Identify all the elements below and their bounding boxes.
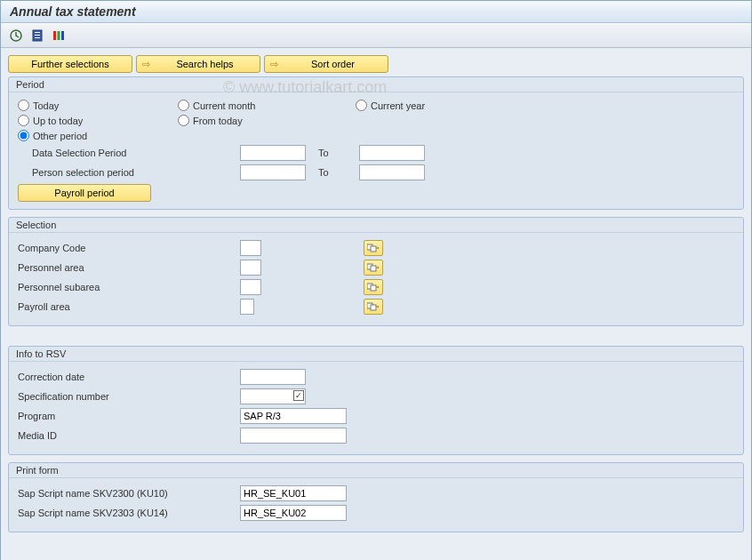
person-selection-label: Person selection period: [32, 167, 240, 178]
radio-label: Other period: [33, 131, 87, 141]
button-label: Search helps: [159, 59, 251, 69]
window: Annual tax statement © www.tutorialkart.…: [0, 0, 752, 560]
content-area: © www.tutorialkart.com Further selection…: [1, 48, 751, 560]
skv2300-input[interactable]: [240, 485, 347, 501]
radio-up-to-today-input[interactable]: [18, 115, 29, 126]
radio-current-year-input[interactable]: [356, 100, 367, 111]
radio-from-today[interactable]: From today: [178, 115, 338, 126]
arrow-right-icon: ⇨: [142, 59, 150, 70]
media-id-input[interactable]: [240, 428, 347, 444]
color-icon[interactable]: [51, 28, 67, 44]
company-code-label: Company Code: [18, 243, 240, 253]
radio-label: From today: [193, 116, 243, 126]
correction-date-label: Correction date: [18, 372, 240, 382]
radio-today[interactable]: Today: [18, 100, 160, 111]
company-code-input[interactable]: [240, 240, 261, 256]
radio-today-input[interactable]: [18, 100, 29, 111]
radio-label: Current month: [193, 100, 255, 111]
period-group: Period Today Current month Current year: [8, 76, 744, 210]
button-label: Payroll period: [54, 188, 114, 198]
button-label: Further selections: [31, 59, 108, 69]
svg-rect-3: [35, 35, 40, 36]
title-bar: Annual tax statement: [1, 1, 751, 23]
print-form-group: Print form Sap Script name SKV2300 (KU10…: [8, 462, 744, 532]
svg-rect-9: [371, 246, 376, 252]
radio-label: Current year: [371, 100, 425, 111]
spec-number-label: Specification number: [18, 391, 240, 402]
data-selection-label: Data Selection Period: [32, 148, 240, 158]
group-header: Print form: [9, 463, 743, 478]
payroll-area-label: Payroll area: [18, 301, 240, 312]
group-header: Period: [9, 77, 743, 92]
radio-other-period[interactable]: Other period: [18, 130, 160, 141]
svg-rect-13: [371, 285, 376, 291]
skv2303-input[interactable]: [240, 505, 347, 521]
media-id-label: Media ID: [18, 430, 240, 441]
multiple-selection-button[interactable]: [364, 260, 383, 276]
personnel-area-label: Personnel area: [18, 262, 240, 273]
multiple-selection-button[interactable]: [364, 240, 383, 256]
radio-current-month-input[interactable]: [178, 100, 189, 111]
svg-rect-6: [58, 31, 60, 40]
data-selection-from-input[interactable]: [240, 145, 306, 161]
selection-group: Selection Company Code Personnel area: [8, 217, 744, 326]
multiple-selection-button[interactable]: [364, 299, 383, 315]
radio-other-period-input[interactable]: [18, 130, 29, 141]
program-doc-icon[interactable]: [29, 28, 45, 44]
payroll-period-button[interactable]: Payroll period: [18, 184, 151, 202]
program-input[interactable]: [240, 408, 347, 424]
svg-rect-2: [35, 32, 40, 33]
selection-button-row: Further selections ⇨ Search helps ⇨ Sort…: [8, 55, 744, 73]
svg-rect-11: [371, 266, 376, 271]
search-helps-button[interactable]: ⇨ Search helps: [136, 55, 260, 73]
personnel-subarea-label: Personnel subarea: [18, 282, 240, 292]
personnel-area-input[interactable]: [240, 260, 261, 276]
radio-label: Up to today: [33, 116, 83, 126]
skv2303-label: Sap Script name SKV2303 (KU14): [18, 508, 240, 518]
payroll-area-input[interactable]: [240, 299, 254, 315]
to-label: To: [306, 148, 359, 158]
skv2300-label: Sap Script name SKV2300 (KU10): [18, 488, 240, 499]
radio-label: Today: [33, 100, 59, 111]
radio-up-to-today[interactable]: Up to today: [18, 115, 160, 126]
arrow-right-icon: ⇨: [270, 59, 278, 70]
person-selection-from-input[interactable]: [240, 164, 306, 180]
svg-rect-15: [371, 305, 376, 310]
radio-current-year[interactable]: Current year: [356, 100, 498, 111]
execute-icon[interactable]: [8, 28, 24, 44]
correction-date-input[interactable]: [240, 369, 306, 385]
svg-rect-5: [53, 31, 56, 40]
page-title: Annual tax statement: [10, 4, 136, 19]
sort-order-button[interactable]: ⇨ Sort order: [264, 55, 388, 73]
svg-rect-4: [35, 37, 40, 38]
program-label: Program: [18, 411, 240, 421]
rsv-group: Info to RSV Correction date Specificatio…: [8, 346, 744, 455]
to-label: To: [306, 167, 359, 178]
multiple-selection-button[interactable]: [364, 279, 383, 295]
group-header: Selection: [9, 218, 743, 233]
data-selection-to-input[interactable]: [359, 145, 425, 161]
personnel-subarea-input[interactable]: [240, 279, 261, 295]
spec-number-checkbox[interactable]: ✓: [293, 390, 304, 401]
svg-rect-7: [61, 31, 64, 40]
further-selections-button[interactable]: Further selections: [8, 55, 132, 73]
group-header: Info to RSV: [9, 347, 743, 362]
person-selection-to-input[interactable]: [359, 164, 425, 180]
app-toolbar: [1, 23, 751, 48]
radio-current-month[interactable]: Current month: [178, 100, 338, 111]
radio-from-today-input[interactable]: [178, 115, 189, 126]
button-label: Sort order: [287, 59, 379, 69]
